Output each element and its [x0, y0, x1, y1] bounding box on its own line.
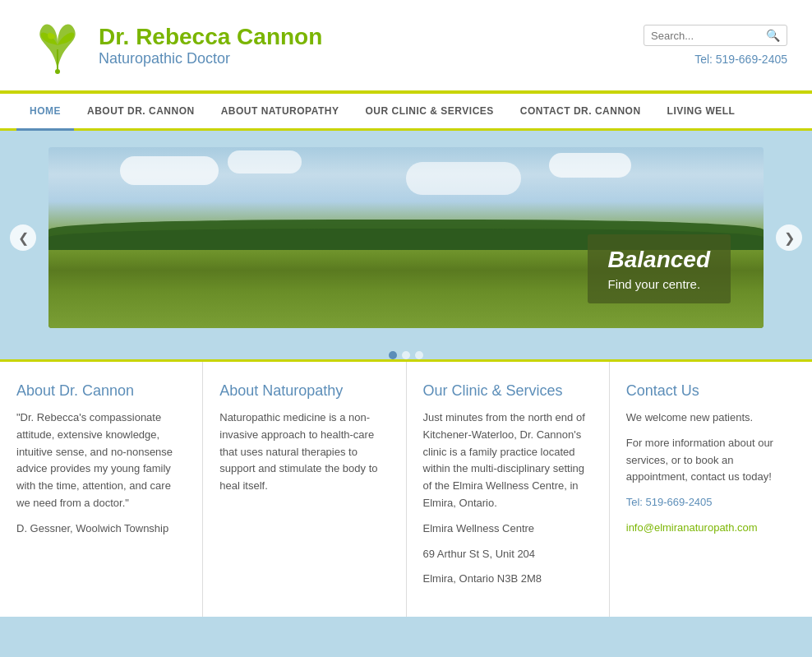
logo-area: Dr. Rebecca Cannon Naturopathic Doctor [25, 12, 322, 78]
clinic-address-line3: Elmira, Ontario N3B 2M8 [423, 571, 593, 588]
col-contact-tel: Tel: 519-669-2405 [626, 494, 796, 511]
nav-item-living-well[interactable]: LIVING WELL [654, 94, 749, 128]
search-icon: 🔍 [766, 29, 780, 42]
slider-title: Balanced [608, 247, 711, 273]
dot-1[interactable] [389, 351, 397, 359]
col-naturopathy-text: Naturopathic medicine is a non-invasive … [219, 409, 389, 495]
col-naturopathy-body: Naturopathic medicine is a non-invasive … [219, 409, 389, 495]
col-clinic-text: Just minutes from the north end of Kitch… [423, 409, 593, 512]
slider-container: Balanced Find your centre. [48, 147, 764, 328]
col-about-naturopathy: About Naturopathy Naturopathic medicine … [203, 362, 406, 617]
logo-icon [25, 12, 90, 78]
dot-3[interactable] [415, 351, 423, 359]
col-about-cannon-body: "Dr. Rebecca's compassionate attitude, e… [16, 409, 186, 538]
nav-item-home[interactable]: HOME [16, 94, 74, 131]
slider-dots [0, 351, 812, 359]
col-about-cannon-text: "Dr. Rebecca's compassionate attitude, e… [16, 409, 186, 512]
col-clinic-title: Our Clinic & Services [423, 382, 593, 400]
search-input[interactable] [651, 30, 766, 42]
clinic-address-line2: 69 Arthur St S, Unit 204 [423, 546, 593, 563]
col-our-clinic: Our Clinic & Services Just minutes from … [407, 362, 610, 617]
dot-2[interactable] [402, 351, 410, 359]
logo-text: Dr. Rebecca Cannon Naturopathic Doctor [99, 24, 322, 67]
col-about-cannon: About Dr. Cannon "Dr. Rebecca's compassi… [0, 362, 203, 617]
col-about-cannon-attribution: D. Gessner, Woolwich Township [16, 521, 186, 538]
col-contact-body: We welcome new patients. For more inform… [626, 409, 796, 537]
tel-header: Tel: 519-669-2405 [644, 53, 787, 66]
col-contact: Contact Us We welcome new patients. For … [610, 362, 812, 617]
col-about-cannon-title: About Dr. Cannon [16, 382, 186, 400]
col-contact-welcome: We welcome new patients. [626, 409, 796, 427]
col-contact-title: Contact Us [626, 382, 796, 400]
slider-caption: Balanced Find your centre. [588, 234, 731, 303]
col-contact-email: info@elmiranaturopath.com [626, 520, 796, 537]
nav: HOME ABOUT DR. CANNON ABOUT NATUROPATHY … [0, 94, 812, 131]
col-contact-info: For more information about our services,… [626, 435, 796, 486]
content-grid: About Dr. Cannon "Dr. Rebecca's compassi… [0, 359, 812, 617]
header-right: 🔍 Tel: 519-669-2405 [644, 25, 787, 66]
nav-item-about-cannon[interactable]: ABOUT DR. CANNON [74, 94, 208, 128]
site-subtitle: Naturopathic Doctor [99, 50, 322, 67]
slider-wrapper: ❮ Balanced Find your centre. ❯ [0, 131, 812, 345]
header: Dr. Rebecca Cannon Naturopathic Doctor 🔍… [0, 0, 812, 94]
nav-item-about-naturopathy[interactable]: ABOUT NATUROPATHY [208, 94, 353, 128]
col-naturopathy-title: About Naturopathy [219, 382, 389, 400]
slider-next-button[interactable]: ❯ [776, 224, 802, 251]
col-clinic-body: Just minutes from the north end of Kitch… [423, 409, 593, 588]
slider-subtitle: Find your centre. [608, 277, 711, 291]
site-name: Dr. Rebecca Cannon [99, 24, 322, 50]
nav-item-our-clinic[interactable]: OUR CLINIC & SERVICES [353, 94, 507, 128]
search-box[interactable]: 🔍 [644, 25, 787, 46]
clinic-address: Elmira Wellness Centre 69 Arthur St S, U… [423, 521, 593, 588]
nav-item-contact[interactable]: CONTACT DR. CANNON [507, 94, 654, 128]
slider-prev-button[interactable]: ❮ [10, 224, 36, 251]
clinic-address-line1: Elmira Wellness Centre [423, 521, 593, 538]
